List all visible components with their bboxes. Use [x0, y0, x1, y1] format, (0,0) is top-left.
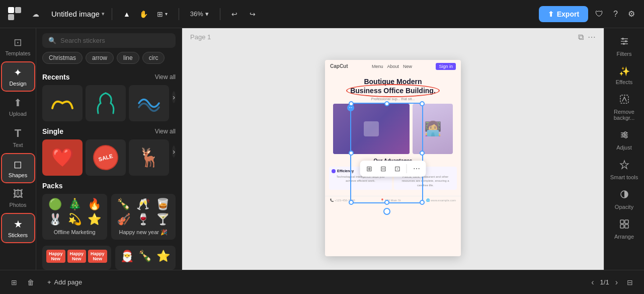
right-panel-arrange[interactable]: Arrange: [606, 215, 642, 244]
ft-more-button[interactable]: ⋯: [411, 163, 422, 175]
right-panel-filters[interactable]: Filters: [606, 32, 642, 61]
add-element-button[interactable]: +: [347, 104, 354, 111]
sidebar-item-upload[interactable]: ⬆ Upload: [2, 93, 34, 121]
single-scroll-right[interactable]: ›: [172, 145, 176, 158]
single-view-all[interactable]: View all: [155, 128, 176, 135]
help-button[interactable]: ?: [610, 7, 621, 22]
footer-address: 📍 123 Main St: [380, 198, 401, 202]
packs-grid: 🟢 🎄 🔥 🐰 💫 ⭐ Offline Marketing 🍾 🥂 🥃: [42, 194, 176, 240]
rotate-handle[interactable]: [383, 208, 390, 215]
recents-scroll-right[interactable]: ›: [172, 91, 176, 103]
pack-icon: 🐰: [46, 213, 64, 226]
pack-party-icons: 🎅 🍾 ⭐: [119, 250, 172, 263]
photos-icon: 🖼: [13, 188, 23, 200]
right-panel-remove-bg[interactable]: Remove backgr...: [606, 90, 642, 125]
right-panel: Filters ✨ Effects Remove backgr...: [604, 28, 644, 270]
sidebar-item-shapes[interactable]: ◻ Shapes: [2, 154, 34, 182]
export-button[interactable]: ⬆ Export: [539, 6, 588, 22]
right-panel-adjust[interactable]: Adjust: [606, 126, 642, 155]
pack-text-item: Happy New: [46, 250, 65, 263]
canvas-adv-card-2-text: Pascal, bank, restaurant and other resou…: [396, 175, 454, 187]
recent-sticker-1[interactable]: [42, 85, 83, 121]
stickers-panel: 🔍 Christmas arrow line circ Recents View…: [36, 28, 182, 270]
toolbar-separator-1: [112, 8, 112, 20]
hand-tool-button[interactable]: ✋: [135, 7, 152, 21]
adjust-label: Adjust: [616, 144, 632, 151]
prev-page-button[interactable]: ‹: [589, 276, 596, 289]
pack-text-icons: Happy New Happy New Happy New: [46, 250, 107, 263]
ft-grid-button[interactable]: ⊟: [378, 163, 388, 175]
bottom-right: ‹ 1/1 › ⊟: [589, 275, 636, 289]
pack-icon: 🔥: [86, 198, 103, 211]
single-sticker-sale[interactable]: SALE: [86, 139, 126, 176]
page-copy-button[interactable]: ⧉: [578, 32, 584, 42]
ft-separator: [407, 164, 407, 173]
single-header: Single View all: [42, 127, 176, 135]
canvas-logo: CapCut: [330, 63, 348, 69]
svg-rect-2: [8, 14, 14, 20]
single-sticker-heart[interactable]: ❤️: [42, 139, 83, 176]
zoom-button[interactable]: 36% ▾: [186, 8, 213, 20]
pack-new-year-text[interactable]: Happy New Happy New Happy New: [42, 246, 111, 270]
opacity-label: Opacity: [615, 204, 633, 210]
page-more-button[interactable]: ⋯: [588, 32, 596, 42]
ft-frame-button[interactable]: ⊡: [392, 163, 403, 175]
pack-offline-marketing[interactable]: 🟢 🎄 🔥 🐰 💫 ⭐ Offline Marketing: [42, 194, 107, 240]
shapes-icon: ◻: [14, 158, 22, 170]
pack-icon: ⭐: [155, 250, 172, 263]
svg-point-15: [625, 136, 627, 138]
tag-christmas[interactable]: Christmas: [42, 52, 83, 64]
page-delete-button[interactable]: 🗑: [24, 275, 37, 289]
canvas-area: Page 1 ⧉ ⋯ CapCut Menu About New Sign in: [182, 28, 604, 270]
search-input[interactable]: [60, 37, 170, 44]
cloud-save-button[interactable]: ☁: [28, 7, 43, 21]
svg-rect-1: [15, 7, 21, 13]
svg-point-6: [625, 40, 627, 42]
toolbar-separator-2: [179, 8, 179, 20]
page-thumbnail-button[interactable]: ⊞: [8, 275, 20, 289]
tag-arrow[interactable]: arrow: [86, 52, 114, 64]
undo-button[interactable]: ↩: [227, 7, 242, 21]
recent-sticker-2[interactable]: [86, 85, 126, 121]
single-sticker-reindeer[interactable]: 🦌: [129, 139, 169, 176]
sidebar-item-text[interactable]: T Text: [2, 123, 34, 152]
fullscreen-button[interactable]: ⊟: [624, 275, 636, 289]
svg-point-4: [622, 38, 624, 40]
next-page-button[interactable]: ›: [613, 276, 620, 289]
canvas-footer: 📞 +123-456-7890 📍 123 Main St 🌐 www.exam…: [325, 196, 461, 204]
recent-sticker-3[interactable]: [129, 85, 169, 121]
layout-chevron: ▾: [165, 11, 168, 17]
right-panel-smart-tools[interactable]: Smart tools: [606, 156, 642, 184]
sidebar-item-stickers[interactable]: ★ Stickers: [2, 214, 34, 242]
right-panel-effects[interactable]: ✨ Effects: [606, 62, 642, 89]
floating-toolbar: ⊞ ⊟ ⊡ ⋯: [360, 161, 426, 177]
pack-icon: 🎻: [115, 213, 133, 226]
select-tool-button[interactable]: ▲: [119, 7, 134, 21]
photo-person-icon: 👩‍💻: [424, 120, 442, 137]
sidebar-item-design[interactable]: ✦ Design: [2, 62, 34, 91]
pack-party[interactable]: 🎅 🍾 ⭐: [115, 246, 176, 270]
canvas-doc-header: CapCut Menu About New Sign in: [325, 60, 461, 73]
layout-button[interactable]: ⊞ ▾: [153, 7, 172, 21]
shield-button[interactable]: 🛡: [592, 7, 606, 22]
headline-text: Boutique Modern Business Office Building…: [333, 77, 453, 95]
ft-crop-button[interactable]: ⊞: [364, 163, 374, 175]
tool-group: ▲ ✋ ⊞ ▾: [119, 7, 172, 21]
redo-button[interactable]: ↪: [246, 7, 260, 21]
tag-line[interactable]: line: [117, 52, 139, 64]
svg-rect-18: [625, 220, 628, 224]
pack-happy-new-year[interactable]: 🍾 🥂 🥃 🎻 🍷 🍸 Happy new year 🎉: [111, 194, 176, 240]
remove-bg-label: Remove backgr...: [609, 109, 639, 121]
sidebar-item-templates[interactable]: ⊡ Templates: [2, 32, 34, 60]
settings-button[interactable]: ⚙: [625, 6, 638, 22]
right-panel-opacity[interactable]: Opacity: [606, 185, 642, 214]
page-label: Page 1: [190, 33, 211, 41]
stickers-icon: ★: [14, 218, 23, 230]
bottom-bar: ⊞ 🗑 + Add page ‹ 1/1 › ⊟: [0, 270, 644, 294]
recents-view-all[interactable]: View all: [155, 74, 176, 81]
zoom-level: 36%: [190, 10, 203, 18]
zoom-chevron-icon: ▾: [205, 10, 209, 18]
sidebar-item-photos[interactable]: 🖼 Photos: [2, 184, 34, 212]
tag-circ[interactable]: circ: [142, 52, 165, 64]
add-page-button[interactable]: + Add page: [41, 275, 88, 289]
